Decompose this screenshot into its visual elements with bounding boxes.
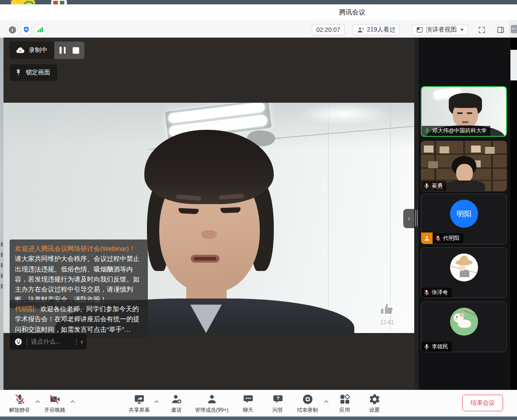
participant-tile-dengdawei[interactable]: 邓大伟@中国药科大学 xyxy=(421,86,507,137)
recording-indicator: 录制中 xyxy=(10,42,84,59)
participant-tile-cuiyong[interactable]: 崔勇 xyxy=(421,141,507,191)
chat-message-highlight: 欢迎进入腾讯会议网络研讨会(Webinar)！ xyxy=(15,245,136,252)
view-mode-label: 演讲者视图 xyxy=(426,26,457,34)
qa-button[interactable]: ? 问答 xyxy=(262,393,293,414)
chevron-down-icon xyxy=(460,29,464,31)
signal-bars-icon xyxy=(37,26,44,33)
stop-recording-button[interactable] xyxy=(73,47,79,54)
desktop-top-strip xyxy=(0,0,517,4)
collapse-chat-icon[interactable]: ‹ xyxy=(80,338,83,345)
invite-button[interactable]: 邀请 xyxy=(161,393,192,414)
lock-view-button[interactable]: 锁定画面 xyxy=(10,64,57,81)
share-screen-button[interactable]: 共享屏幕 xyxy=(124,393,154,414)
participant-name: 邓大伟@中国药科大学 xyxy=(432,127,487,135)
background-more-button-fragment: •• xyxy=(511,25,517,33)
participant-tile-zhangzeqi[interactable]: 张泽奇 xyxy=(421,247,507,298)
viewers-icon xyxy=(357,26,364,34)
view-mode-dropdown[interactable]: 演讲者视图 xyxy=(412,24,468,35)
thumbs-up-icon[interactable] xyxy=(377,300,397,317)
participant-label: 邓大伟@中国药科大学 xyxy=(422,126,490,136)
person-eye xyxy=(220,207,241,213)
pause-recording-button[interactable] xyxy=(59,47,66,54)
avatar-art xyxy=(459,265,465,271)
stop-record-icon xyxy=(302,393,314,405)
background-window-sliver xyxy=(0,38,3,390)
viewer-count[interactable]: 219人看过 xyxy=(353,24,400,35)
participant-label: 崔勇 xyxy=(421,181,446,191)
meeting-control-bar: 解除静音 开启视频 共享屏幕 邀请 xyxy=(0,390,517,417)
mic-muted-icon xyxy=(14,393,26,405)
end-meeting-button[interactable]: 结束会议 xyxy=(462,395,503,411)
unmute-label: 解除静音 xyxy=(9,406,30,414)
cloud-recording-icon xyxy=(15,46,25,54)
background-window-sliver xyxy=(510,38,517,390)
recording-label: 录制中 xyxy=(29,46,47,54)
mic-on-icon xyxy=(423,344,430,350)
participant-label: 代明阳 xyxy=(421,233,463,244)
chat-message-body: 请大家共同维护大会秩序。会议过程中禁止出现违法违规、低俗色情、吸烟酗酒等内容，若… xyxy=(15,255,140,303)
participant-name: 崔勇 xyxy=(432,182,443,190)
person-mouth xyxy=(191,255,220,263)
meeting-duration: 02:20:07 xyxy=(312,24,345,35)
svg-text:?: ? xyxy=(276,395,279,401)
desktop-bottom-strip xyxy=(0,417,517,420)
recording-status: 录制中 xyxy=(10,42,54,59)
start-video-label: 开启视频 xyxy=(44,406,65,414)
divider xyxy=(76,338,77,346)
mic-muted-icon xyxy=(435,235,441,242)
camera-off-icon xyxy=(49,393,61,405)
avatar-art xyxy=(455,319,457,320)
unmute-button[interactable]: 解除静音 xyxy=(4,393,35,414)
participant-name: 张泽奇 xyxy=(432,289,448,296)
chat-button[interactable]: 聊天 xyxy=(233,393,263,414)
meeting-toolbar: i 02:20:07 219人看过 演讲者视图 xyxy=(0,20,517,38)
network-quality-button[interactable] xyxy=(35,24,46,35)
host-badge-icon xyxy=(421,233,433,244)
person-face xyxy=(456,164,473,182)
reaction-area: 1141 xyxy=(363,300,411,326)
participants-sidebar: 邓大伟@中国药科大学 崔勇 xyxy=(419,38,510,390)
qa-bubble-icon: ? xyxy=(272,393,284,405)
stop-record-button[interactable]: 结束录制 xyxy=(292,393,323,414)
divider xyxy=(27,338,27,346)
share-options-chevron-icon[interactable] xyxy=(154,400,159,403)
participant-tile-lidemin[interactable]: 李德民 xyxy=(421,302,507,352)
chat-label: 聊天 xyxy=(243,406,253,414)
emoji-icon[interactable] xyxy=(14,337,23,346)
gear-icon xyxy=(369,393,381,405)
share-screen-icon xyxy=(133,393,145,405)
meeting-security-button[interactable] xyxy=(21,24,32,35)
settings-button[interactable]: 设置 xyxy=(359,393,390,414)
qa-label: 问答 xyxy=(272,406,283,414)
pin-icon xyxy=(15,69,22,76)
start-video-button[interactable]: 开启视频 xyxy=(39,393,70,414)
window-title-bar[interactable]: 腾讯会议 xyxy=(0,4,517,20)
side-panel-toggle-button[interactable] xyxy=(495,24,506,35)
participant-label: 李德民 xyxy=(421,342,452,352)
light-reflection xyxy=(297,103,389,125)
sidebar-collapse-handle[interactable]: › xyxy=(403,209,414,228)
chat-message-system: 欢迎进入腾讯会议网络研讨会(Webinar)！ 请大家共同维护大会秩序。会议过程… xyxy=(10,240,148,309)
manage-members-button[interactable]: 管理成员(99+) xyxy=(196,393,227,414)
fullscreen-button[interactable] xyxy=(476,24,487,35)
video-options-chevron-icon[interactable] xyxy=(70,400,75,403)
chat-input-placeholder: 说点什么... xyxy=(31,338,72,346)
lock-view-label: 锁定画面 xyxy=(26,69,50,76)
participant-label: 张泽奇 xyxy=(421,288,452,298)
chat-bubble-icon xyxy=(242,393,254,405)
window-title: 腾讯会议 xyxy=(339,4,365,20)
record-options-chevron-icon[interactable] xyxy=(324,400,329,403)
avatar-text: 明阳 xyxy=(457,209,472,219)
person-eye xyxy=(178,208,199,214)
apps-grid-icon xyxy=(339,393,351,405)
share-screen-label: 共享屏幕 xyxy=(129,406,150,414)
panel-divider[interactable] xyxy=(414,38,419,390)
chat-quick-input[interactable]: 说点什么... ‹ xyxy=(10,333,87,350)
layout-view-icon xyxy=(416,26,423,34)
members-icon xyxy=(206,393,218,405)
participant-name: 代明阳 xyxy=(443,235,460,242)
apps-button[interactable]: 应用 xyxy=(329,393,360,414)
chevron-right-icon: › xyxy=(408,214,410,223)
participant-tile-daimingyang[interactable]: 明阳 代明阳 xyxy=(421,194,507,244)
meeting-info-button[interactable]: i xyxy=(7,24,18,35)
